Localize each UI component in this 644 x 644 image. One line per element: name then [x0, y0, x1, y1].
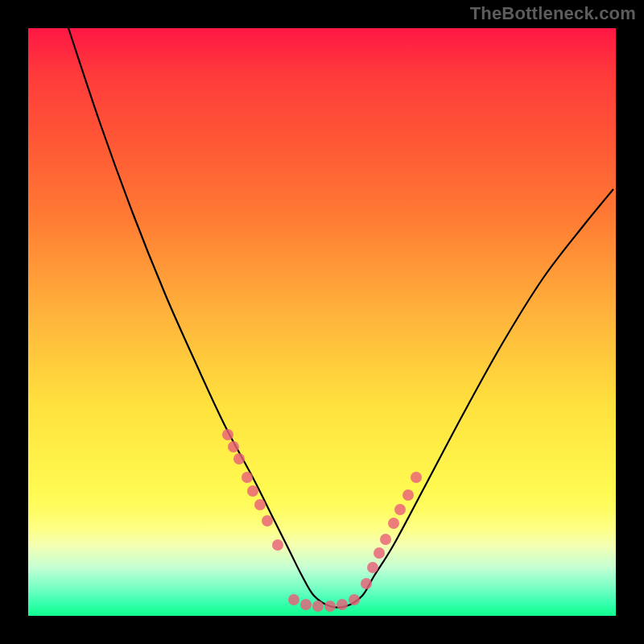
data-point	[300, 599, 312, 610]
bottleneck-curve	[68, 28, 613, 608]
data-points-right	[361, 472, 422, 589]
data-point	[349, 594, 360, 605]
data-point	[272, 539, 283, 551]
data-point	[388, 518, 399, 529]
data-point	[222, 429, 233, 440]
data-points-bottom	[288, 594, 360, 612]
bottom-color-bands	[28, 499, 616, 616]
data-points-left	[222, 429, 283, 551]
data-point	[361, 578, 372, 589]
data-point	[228, 441, 239, 452]
data-point	[411, 472, 422, 483]
data-point	[262, 515, 273, 526]
data-point	[336, 599, 348, 610]
chart-svg	[28, 28, 616, 616]
data-point	[324, 601, 336, 612]
data-point	[380, 534, 391, 545]
data-point	[233, 453, 245, 464]
data-point	[288, 594, 299, 605]
data-point	[247, 485, 258, 497]
plot-area	[28, 28, 616, 616]
data-point	[374, 547, 385, 559]
data-point	[254, 499, 266, 510]
watermark-text: TheBottleneck.com	[470, 3, 636, 24]
chart-frame: TheBottleneck.com	[0, 0, 644, 644]
data-point	[402, 489, 414, 501]
data-point	[367, 562, 378, 573]
data-point	[312, 601, 324, 612]
data-point	[394, 504, 406, 515]
data-point	[242, 472, 253, 483]
